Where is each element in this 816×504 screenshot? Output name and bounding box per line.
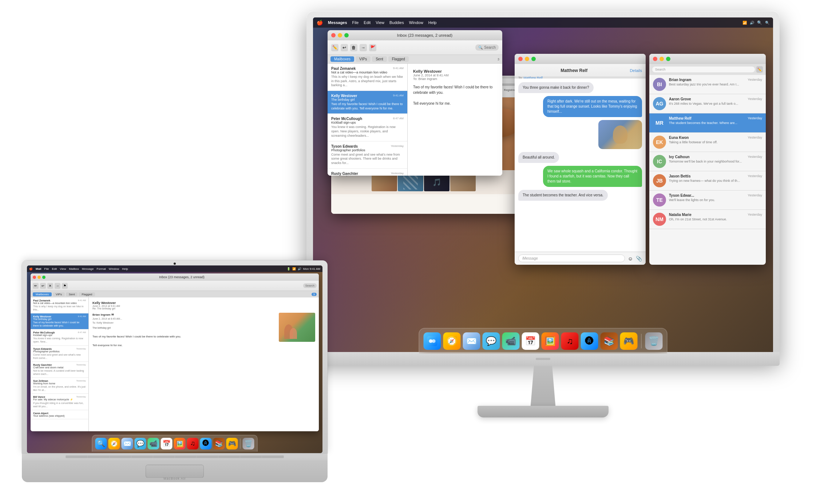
maximize-button[interactable] [344,33,349,37]
chat-minimize[interactable] [525,57,529,61]
thumb-registry[interactable] [372,173,397,191]
dock-icon-photos[interactable]: 🖼️ [542,332,559,350]
thumb-tunes[interactable]: 🎵 [424,173,449,191]
list-item[interactable]: Kelly Westover 9:41 AM The birthday girl… [328,91,407,114]
dock-icon-gamecentre[interactable]: 🎮 [620,332,638,350]
imac-menu-view[interactable]: View [376,20,384,25]
mb-menu-help[interactable]: Help [122,267,128,271]
list-item[interactable]: Paul Zemanek 9:41 AM Not a cat video—a m… [328,64,407,91]
mb-tab-sent[interactable]: Sent [66,292,78,296]
mb-dock-safari[interactable]: 🧭 [108,438,120,449]
dock-icon-facetime[interactable]: 📹 [502,332,520,350]
delete-button[interactable]: 🗑 [350,44,357,51]
search-icon[interactable]: 🔍 [765,21,769,25]
mb-menu-mail[interactable]: Mail [36,267,41,271]
mb-list-item[interactable]: Kelly Westover 9:41 AM The birthday girl… [31,313,88,329]
mb-dock-appstore[interactable]: 🅐 [200,438,212,449]
mb-flag-btn[interactable]: ⚑ [62,283,68,289]
imac-menu-window[interactable]: Window [409,20,423,25]
mb-dock-photos[interactable]: 🖼️ [174,438,186,449]
mb-dock-facetime[interactable]: 📹 [148,438,159,449]
chat-input[interactable]: iMessage [518,255,625,262]
thumb-california[interactable] [450,173,476,191]
mb-reply-btn[interactable]: ↩ [40,283,46,289]
mb-menu-mailbox[interactable]: Mailbox [69,267,79,271]
dock-icon-messages[interactable]: 💬 [483,332,500,350]
chat-close[interactable] [518,57,523,61]
reply-button[interactable]: ↩ [341,44,348,51]
tab-mailboxes[interactable]: Mailboxes [330,56,354,62]
mb-menu-file[interactable]: File [44,267,49,271]
messages-conv-item-brian[interactable]: BI Brian Ingram Yesterday Best saturday … [649,75,766,94]
messages-conv-item-matthew[interactable]: MR Matthew Relf Yesterday The student be… [649,113,766,133]
forward-button[interactable]: → [360,44,367,51]
mb-tab-vips[interactable]: VIPs [53,292,65,296]
emoji-button[interactable]: ☺ [628,256,633,261]
mb-list-item[interactable]: Bill Vance Yesterday For sale: My sideca… [31,394,88,410]
mb-dock-messages[interactable]: 💬 [135,438,146,449]
macbook-trackpad[interactable] [146,465,204,478]
mb-minimize-button[interactable] [37,276,41,279]
messages-conv-item-jason[interactable]: JB Jason Bettis Yesterday Trying on new … [649,171,766,191]
compose-message-button[interactable]: ✏️ [756,66,763,73]
dock-icon-safari[interactable]: 🧭 [443,332,461,350]
details-button[interactable]: Details [630,68,642,73]
mb-dock-calendar[interactable]: 📅 [161,438,173,449]
list-item[interactable]: Rusty Gaechter Yesterday Craft beer and … [328,169,407,176]
messages-minimize[interactable] [659,57,664,61]
mb-menu-format[interactable]: Format [97,267,106,271]
close-button[interactable] [331,33,336,37]
mb-dock-mail[interactable]: ✉️ [122,438,133,449]
list-item[interactable]: Tyson Edwards Yesterday Photographer por… [328,141,407,169]
mb-dock-trash[interactable]: 🗑️ [243,438,254,449]
dock-icon-trash[interactable]: 🗑️ [645,332,663,350]
mb-dock-ibooks[interactable]: 📚 [213,438,225,449]
compose-button[interactable]: ✏️ [331,44,338,51]
mb-dock-gamecentre[interactable]: 🎮 [226,438,238,449]
messages-conv-item-ivy[interactable]: IC Ivy Calhoun Yesterday Tomorrow we'll … [649,152,766,171]
tab-flagged[interactable]: Flagged [388,56,409,62]
messages-conv-item-tyson[interactable]: TE Tyson Edwar... Yesterday We'll leave … [649,191,766,210]
flag-button[interactable]: 🚩 [369,44,376,51]
mb-list-item[interactable]: Rusty Gaechter Yesterday Craft beer and … [31,362,88,378]
messages-close[interactable] [653,57,657,61]
messages-search-input[interactable]: Search [652,67,755,72]
imac-menu-help[interactable]: Help [428,20,437,25]
dock-icon-calendar[interactable]: 📅 [522,332,539,350]
mb-menu-message[interactable]: Message [82,267,94,271]
mb-menu-window[interactable]: Window [109,267,119,271]
mail-search-box[interactable]: 🔍 Search [475,44,499,51]
mb-tab-flagged[interactable]: Flagged [79,292,95,296]
minimize-button[interactable] [338,33,342,37]
mb-list-item[interactable]: Paul Zemanek 9:41 AM Not a cat video—a m… [31,297,88,313]
imac-menu-messages[interactable]: Messages [328,20,347,25]
mb-menu-view[interactable]: View [60,267,66,271]
messages-conv-item-aaron[interactable]: AG Aaron Grove Yesterday It's 268 miles … [649,94,766,113]
attachment-button[interactable]: 📎 [636,256,642,261]
dock-icon-appstore[interactable]: 🅐 [581,332,598,350]
mb-list-item[interactable]: Tyson Edwards Yesterday Photographer por… [31,346,88,362]
mb-mail-search[interactable]: Search [303,283,317,288]
chat-maximize[interactable] [531,57,536,61]
dock-icon-finder[interactable] [424,332,441,350]
imac-menu-edit[interactable]: Edit [364,20,371,25]
apple-logo-icon[interactable]: 🍎 [317,20,323,25]
list-item[interactable]: Peter McCullough 8:47 AM Kickball sign-u… [328,114,407,141]
tab-sent[interactable]: Sent [372,56,387,62]
messages-conv-item-euna[interactable]: EK Euna Kwon Yesterday Taking a little f… [649,133,766,152]
mb-list-item[interactable]: Caren Alpert Your address (was shipped) [31,410,88,419]
mb-list-item[interactable]: Peter McCullough 8:47 AM Kickball sign-u… [31,329,88,345]
dock-icon-itunes[interactable]: ♫ [561,332,579,350]
mb-close-button[interactable] [33,276,36,279]
imac-menu-buddies[interactable]: Buddies [389,20,404,25]
mb-delete-btn[interactable]: ✕ [47,283,53,289]
thumb-patterns[interactable] [398,173,423,191]
messages-maximize[interactable] [666,57,670,61]
mb-dock-itunes[interactable]: ♫ [187,438,199,449]
imac-menu-file[interactable]: File [352,20,359,25]
messages-conv-item-natalia[interactable]: NM Natalia Marie Yesterday Oh, I'm on 21… [649,210,766,229]
mb-forward-btn[interactable]: → [55,283,60,289]
mb-compose-btn[interactable]: ✏ [33,283,39,289]
mb-maximize-button[interactable] [42,276,45,279]
mb-menu-edit[interactable]: Edit [52,267,57,271]
